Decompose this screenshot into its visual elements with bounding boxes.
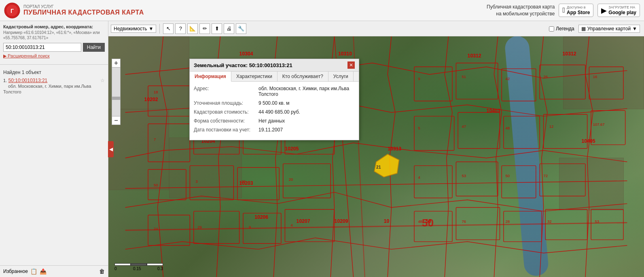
upload-tool-button[interactable]: ⬆ — [212, 23, 222, 34]
svg-line-94 — [125, 223, 627, 230]
svg-text:48: 48 — [506, 126, 510, 130]
appstore-badge[interactable]:  Доступно в App Store — [559, 4, 593, 17]
search-button[interactable]: Найти — [83, 43, 105, 52]
popup-tabs: Информация Характеристики Кто обслуживае… — [190, 72, 359, 82]
zoom-controls: + − — [112, 59, 121, 125]
googleplay-text: ЗАГРУЗИТЕ НА Google play — [608, 5, 636, 15]
manage-map-button[interactable]: ▦ Управление картой ▼ — [578, 25, 640, 33]
svg-text:107.67: 107.67 — [593, 122, 605, 127]
property-type-dropdown[interactable]: Недвижимость ▼ — [111, 25, 156, 33]
svg-text:53: 53 — [462, 173, 466, 178]
result-star-icon[interactable]: ☆ — [100, 78, 105, 83]
svg-text:48: 48 — [418, 219, 422, 224]
svg-text:9: 9 — [418, 76, 420, 81]
zoom-in-button[interactable]: + — [112, 59, 121, 68]
svg-text:10206: 10206 — [254, 214, 268, 220]
cursor-tool-button[interactable]: ↖ — [163, 23, 174, 34]
svg-rect-30 — [456, 162, 498, 196]
scale-segment-2 — [131, 263, 147, 266]
zoom-slider[interactable] — [112, 68, 121, 116]
river-element — [504, 36, 549, 277]
zoom-out-button[interactable]: − — [112, 116, 121, 125]
result-address: обл. Московская, г. Химки, парк им.Льва … — [3, 84, 91, 94]
settings-tool-button[interactable]: 🔧 — [236, 23, 246, 34]
result-link[interactable]: 50:10:0010313:21 — [8, 78, 48, 83]
urban-block-3 — [169, 137, 242, 198]
sidebar-collapse-button[interactable]: ◀ — [108, 141, 114, 157]
popup-label-address: Адрес: — [194, 86, 258, 97]
search-label: Кадастровый номер, адрес, координата: — [3, 24, 105, 29]
result-number: 1. — [3, 78, 7, 83]
legend-checkbox[interactable] — [549, 26, 554, 32]
header: Г ПОРТАЛ УСЛУГ ПУБЛИЧНАЯ КАДАСТРОВАЯ КАР… — [0, 0, 644, 21]
svg-text:50: 50 — [506, 173, 510, 178]
favorites-export-icon[interactable]: 📤 — [40, 268, 47, 275]
favorites-delete-icon[interactable]: 🗑 — [99, 268, 105, 275]
urban-block-4 — [563, 36, 644, 109]
logo-emblem: Г — [4, 2, 20, 19]
svg-rect-14 — [283, 164, 330, 198]
popup-label-ownership: Форма собственности: — [194, 118, 258, 124]
favorites-add-icon[interactable]: 📋 — [30, 268, 37, 275]
svg-text:10312: 10312 — [468, 53, 481, 59]
manage-map-label: Управление картой — [587, 26, 631, 32]
tab-services[interactable]: Услуги — [328, 72, 354, 81]
svg-text:10405: 10405 — [582, 138, 595, 144]
site-title: ПУБЛИЧНАЯ КАДАСТРОВАЯ КАРТА — [23, 9, 144, 16]
portal-label: ПОРТАЛ УСЛУГ — [23, 4, 144, 9]
scale-segment-3 — [147, 263, 163, 266]
svg-text:4: 4 — [291, 223, 293, 227]
popup-header: Земельный участок: 50:10:0010313:21 ✕ — [190, 59, 359, 72]
popup-close-button[interactable]: ✕ — [347, 61, 355, 69]
tab-characteristics[interactable]: Характеристики — [231, 72, 278, 81]
mobile-text: Публичная кадастровая карта на мобильном… — [487, 4, 555, 17]
popup-row-cost: Кадастровая стоимость: 44 490 685.00 руб… — [194, 109, 355, 115]
googleplay-badge[interactable]: ▶ ЗАГРУЗИТЕ НА Google play — [597, 4, 640, 17]
print-tool-button[interactable]: 🖨 — [224, 23, 234, 34]
svg-rect-17 — [243, 213, 281, 243]
map-container[interactable]: Недвижимость ▼ ↖ ? 📐 ✏ ⬆ 🖨 🔧 Легенда ▦ У… — [108, 21, 644, 277]
svg-text:10205: 10205 — [285, 146, 299, 152]
toolbar-separator-1 — [159, 24, 160, 34]
scale-label-0: 0 — [114, 266, 117, 271]
favorites-label: Избранное — [3, 269, 28, 274]
popup-title: Земельный участок: 50:10:0010313:21 — [194, 62, 347, 68]
svg-rect-29 — [414, 166, 452, 198]
legend-checkbox-label[interactable]: Легенда — [549, 26, 574, 32]
selected-parcel — [374, 154, 399, 177]
svg-text:29: 29 — [197, 225, 201, 229]
tab-information[interactable]: Информация — [190, 72, 231, 82]
svg-text:24: 24 — [154, 226, 158, 231]
appstore-text: Доступно в App Store — [567, 5, 590, 15]
popup-value-ownership: Нет данных — [258, 118, 355, 124]
appstore-icon:  — [562, 6, 565, 15]
svg-rect-18 — [285, 209, 334, 242]
svg-text:50: 50 — [422, 217, 434, 229]
satellite-layer: 10304 10310 10312 10312 10202 10203 1020… — [108, 36, 644, 277]
popup-value-area: 9 500.00 кв. м — [258, 100, 355, 106]
svg-text:20: 20 — [289, 177, 293, 182]
svg-text:12: 12 — [549, 124, 553, 129]
svg-text:47: 47 — [462, 124, 466, 129]
popup-label-cost: Кадастровая стоимость: — [194, 109, 258, 115]
svg-text:50: 50 — [426, 218, 431, 224]
search-input[interactable] — [3, 43, 81, 52]
info-popup: Земельный участок: 50:10:0010313:21 ✕ Ин… — [189, 59, 359, 140]
tab-who-services[interactable]: Кто обслуживает? — [278, 72, 328, 81]
divider-1 — [0, 64, 108, 65]
svg-text:51: 51 — [462, 74, 466, 79]
map-top-right-toolbar: Легенда ▦ Управление картой ▼ — [545, 21, 644, 36]
draw-tool-button[interactable]: ✏ — [199, 23, 210, 34]
scale-segment-1 — [114, 263, 131, 266]
svg-rect-37 — [591, 209, 623, 240]
popup-row-date: Дата постановки на учет: 19.11.2007 — [194, 127, 355, 133]
measure-tool-button[interactable]: 📐 — [187, 23, 198, 34]
svg-text:32: 32 — [547, 219, 551, 224]
manage-map-arrow-icon: ▼ — [632, 26, 637, 32]
search-hint: Например «61:6:10104:12», «61:6:*», «Мос… — [3, 30, 105, 40]
map-background[interactable]: 10304 10310 10312 10312 10202 10203 1020… — [108, 36, 644, 277]
svg-rect-13 — [237, 167, 279, 200]
advanced-search-link[interactable]: ▶ Расширенный поиск — [3, 53, 105, 59]
info-tool-button[interactable]: ? — [175, 23, 186, 34]
svg-text:4: 4 — [418, 175, 420, 180]
